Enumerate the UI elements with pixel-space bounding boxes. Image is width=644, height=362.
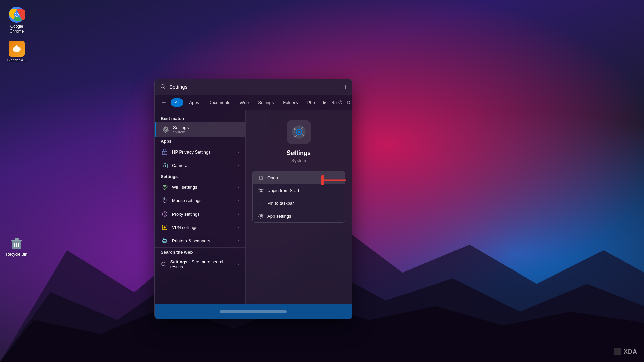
svg-rect-9: [16, 45, 17, 47]
app-name-large: Settings: [287, 149, 311, 157]
red-arrow: [321, 175, 348, 188]
bottom-bar-indicator: [220, 310, 287, 313]
settings-section-header: Settings: [155, 172, 245, 180]
search-web-icon: [161, 261, 167, 268]
filter-tabs: ← All Apps Documents Web Settings Folder…: [155, 95, 352, 110]
context-app-settings[interactable]: App settings: [253, 209, 345, 222]
tab-letter: D: [345, 100, 351, 105]
pin-taskbar-label: Pin to taskbar: [267, 201, 294, 206]
chrome-desktop-icon[interactable]: Google Chrome: [3, 7, 30, 34]
settings-item-name: Settings: [173, 125, 239, 130]
tab-more-button[interactable]: ▶: [320, 98, 329, 106]
printers-item[interactable]: Printers & scanners ›: [155, 234, 245, 247]
right-panel: Settings System Open: [245, 110, 352, 304]
wifi-icon: [161, 183, 169, 191]
wifi-settings-item[interactable]: WiFi settings ›: [155, 180, 245, 194]
search-input[interactable]: [169, 84, 342, 90]
mouse-icon: [161, 196, 169, 204]
svg-rect-45: [260, 204, 262, 205]
app-icon-large: [287, 120, 311, 144]
settings-item-text: Settings System: [173, 125, 239, 134]
hp-privacy-arrow: ›: [238, 149, 239, 154]
svg-point-26: [164, 165, 166, 167]
tab-count: 45: [331, 100, 344, 105]
xda-watermark: ⬛ XDA: [614, 348, 637, 355]
proxy-text: Proxy settings: [172, 212, 234, 217]
tab-folders[interactable]: Folders: [279, 98, 302, 107]
tab-documents[interactable]: Documents: [204, 98, 234, 107]
camera-icon: [161, 161, 169, 169]
start-menu: | ← All Apps Documents Web Settings Fold…: [154, 79, 352, 319]
pin-icon: [258, 200, 264, 206]
proxy-settings-item[interactable]: Proxy settings ›: [155, 207, 245, 221]
tab-settings[interactable]: Settings: [254, 98, 278, 107]
mouse-text: Mouse settings: [172, 198, 234, 203]
svg-point-24: [164, 153, 165, 154]
tab-pho[interactable]: Pho: [303, 98, 319, 107]
hp-privacy-icon: [161, 148, 169, 156]
search-web-section: Search the web Settings - See more searc…: [155, 247, 245, 273]
hp-privacy-settings-item[interactable]: HP Privacy Settings ›: [155, 145, 245, 159]
proxy-name: Proxy settings: [172, 212, 234, 217]
search-bar: |: [155, 79, 352, 95]
blender-icon-label: Blender 4.1: [7, 58, 26, 62]
proxy-arrow: ›: [238, 212, 239, 216]
camera-name: Camera: [172, 163, 234, 168]
hp-privacy-text: HP Privacy Settings: [172, 149, 234, 155]
proxy-icon: [161, 210, 169, 218]
svg-point-22: [165, 129, 167, 131]
svg-point-46: [260, 215, 262, 217]
main-content: Best match Settings System Apps: [155, 110, 352, 304]
unpin-icon: [258, 187, 264, 193]
search-web-item[interactable]: Settings - See more search results ›: [155, 256, 245, 273]
recycle-icon-label: Recycle Bin: [6, 252, 27, 257]
svg-line-17: [164, 87, 165, 89]
bottom-bar: [155, 304, 352, 319]
svg-point-37: [166, 241, 166, 241]
context-pin-taskbar[interactable]: Pin to taskbar: [253, 197, 345, 209]
svg-rect-35: [163, 238, 166, 240]
tab-apps[interactable]: Apps: [185, 98, 203, 107]
vpn-icon: [161, 223, 169, 231]
best-match-settings[interactable]: Settings System: [155, 122, 245, 137]
search-web-text: Settings - See more search results: [170, 259, 234, 269]
svg-point-20: [340, 103, 341, 104]
mouse-name: Mouse settings: [172, 198, 234, 203]
search-web-header: Search the web: [155, 248, 245, 256]
search-web-arrow: ›: [238, 262, 239, 267]
svg-point-27: [164, 189, 165, 190]
search-icon: [160, 84, 166, 90]
blender-icon-img: [9, 41, 25, 57]
tab-all[interactable]: All: [171, 98, 183, 107]
apps-section-header: Apps: [155, 137, 245, 145]
printers-text: Printers & scanners: [172, 238, 234, 243]
unpin-start-label: Unpin from Start: [267, 188, 299, 193]
wifi-name: WiFi settings: [172, 185, 234, 190]
settings-item-sub: System: [173, 130, 239, 134]
camera-item[interactable]: Camera ›: [155, 159, 245, 172]
chrome-icon-label: Google Chrome: [3, 24, 30, 34]
mouse-arrow: ›: [238, 198, 239, 203]
wifi-arrow: ›: [238, 185, 239, 189]
svg-line-39: [165, 265, 166, 266]
svg-point-30: [164, 199, 165, 200]
vpn-settings-item[interactable]: VPN settings ›: [155, 221, 245, 234]
svg-rect-11: [11, 240, 22, 241]
app-settings-icon: [258, 213, 264, 219]
chrome-icon-img: [9, 7, 25, 23]
tab-back-button[interactable]: ←: [159, 98, 169, 107]
open-label: Open: [267, 175, 278, 180]
printers-name: Printers & scanners: [172, 238, 234, 243]
printers-icon: [161, 237, 169, 245]
tab-web[interactable]: Web: [236, 98, 253, 107]
blender-desktop-icon[interactable]: Blender 4.1: [3, 41, 30, 62]
desktop-icons-area: Google Chrome Blender 4.1 Recycle Bin: [0, 0, 34, 69]
svg-rect-12: [15, 238, 19, 240]
svg-point-42: [298, 131, 300, 133]
recycle-bin-desktop-icon[interactable]: Recycle Bin: [3, 235, 30, 257]
best-match-header: Best match: [155, 114, 245, 122]
vpn-name: VPN settings: [172, 225, 234, 230]
app-settings-label: App settings: [267, 214, 291, 219]
mouse-settings-item[interactable]: Mouse settings ›: [155, 194, 245, 207]
svg-point-6: [15, 13, 18, 16]
